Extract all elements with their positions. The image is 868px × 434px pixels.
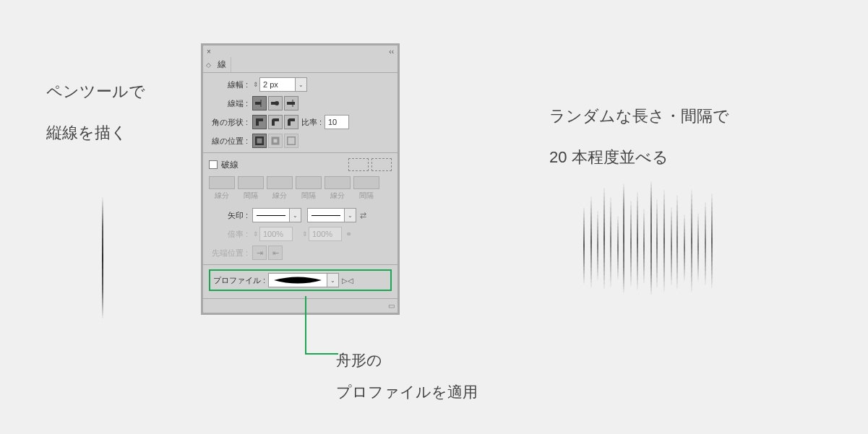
panel-footer: ▭ <box>203 298 398 313</box>
text-line: 舟形の <box>336 344 478 376</box>
dash-align-preserve-button[interactable] <box>348 158 369 171</box>
align-center-button[interactable] <box>252 134 267 148</box>
svg-rect-8 <box>287 136 296 145</box>
callout-text: 舟形の プロファイルを適用 <box>336 344 478 408</box>
single-vertical-stroke <box>99 196 106 322</box>
tab-stroke[interactable]: 線 <box>213 57 231 72</box>
dash-grid: 線分 間隔 線分 間隔 線分 間隔 <box>209 176 392 201</box>
footer-icon[interactable]: ▭ <box>388 302 395 310</box>
gap-input[interactable] <box>238 176 264 189</box>
corner-miter-button[interactable] <box>252 115 267 129</box>
align-stroke-label: 線の位置 : <box>209 136 252 147</box>
scale-start-input: 100% <box>259 227 293 241</box>
panel-body: 線幅 : ⇕ 2 px ⌄ 線端 : 角の形状 : <box>203 73 398 298</box>
weight-input[interactable]: 2 px <box>259 77 296 92</box>
tip-extend-button: ⇥ <box>252 246 267 260</box>
row-tip-align: 先端位置 : ⇥ ⇤ <box>209 246 392 260</box>
flip-along-icon[interactable]: ▷◁ <box>342 277 353 285</box>
scale-end-input: 100% <box>309 227 342 241</box>
gap-input[interactable] <box>353 176 379 189</box>
row-dashed: 破線 <box>209 157 392 172</box>
align-outside-button[interactable] <box>284 134 298 148</box>
cap-label: 線端 : <box>209 98 252 109</box>
corner-label: 角の形状 : <box>209 117 252 128</box>
text-line: プロファイルを適用 <box>336 376 478 408</box>
link-scale-icon: ⚭ <box>342 230 355 239</box>
divider <box>203 264 398 265</box>
arrow-label: 矢印 : <box>209 210 252 221</box>
dashed-checkbox[interactable] <box>209 160 218 169</box>
corner-bevel-button[interactable] <box>284 115 298 129</box>
dash-align-corners-button[interactable] <box>371 158 392 171</box>
stepper-icon: ⇕ <box>252 230 259 238</box>
svg-point-3 <box>275 101 279 105</box>
swap-arrows-icon[interactable]: ⇄ <box>356 211 369 220</box>
limit-label: 比率 : <box>298 117 325 128</box>
panel-inner: × ‹‹ ◇ 線 線幅 : ⇕ 2 px ⌄ 線端 : <box>203 45 398 313</box>
multiple-vertical-strokes <box>578 177 723 303</box>
stepper-icon[interactable]: ⇕ <box>252 81 259 88</box>
align-inside-button[interactable] <box>268 134 283 148</box>
close-icon[interactable]: × <box>207 48 211 56</box>
panel-header: × ‹‹ <box>203 45 398 57</box>
text-line: 20 本程度並べる <box>549 136 729 178</box>
panel-tabs: ◇ 線 <box>203 57 398 73</box>
stepper-icon: ⇕ <box>301 230 309 238</box>
dash-input[interactable] <box>209 176 235 189</box>
row-cap: 線端 : <box>209 96 392 110</box>
tip-flush-button: ⇤ <box>268 246 283 260</box>
corner-round-button[interactable] <box>268 115 283 129</box>
profile-label: プロファイル : <box>213 275 265 286</box>
profile-flip-icons: ▷◁ <box>342 277 353 285</box>
arrow-end-select[interactable]: ⌄ <box>307 208 356 222</box>
gap-input[interactable] <box>296 176 322 189</box>
arrow-start-select[interactable]: ⌄ <box>252 208 301 222</box>
tip-align-label: 先端位置 : <box>209 248 252 259</box>
svg-rect-0 <box>255 102 261 105</box>
text-line: 縦線を描く <box>46 112 145 153</box>
collapse-icon[interactable]: ‹‹ <box>389 48 394 56</box>
row-arrow-scale: 倍率 : ⇕ 100% ⇕ 100% ⚭ <box>209 227 392 241</box>
row-arrowheads: 矢印 : ⌄ ⌄ ⇄ <box>209 208 392 222</box>
divider <box>203 152 398 153</box>
cap-buttons <box>252 96 298 110</box>
text-line: ペンツールで <box>46 71 145 112</box>
dash-input[interactable] <box>325 176 351 189</box>
text-line: ランダムな長さ・間隔で <box>549 95 729 136</box>
row-align-stroke: 線の位置 : <box>209 134 392 148</box>
align-stroke-buttons <box>252 134 298 148</box>
scale-label: 倍率 : <box>209 229 252 240</box>
svg-rect-7 <box>272 138 278 144</box>
right-caption: ランダムな長さ・間隔で 20 本程度並べる <box>549 95 729 178</box>
cap-projecting-button[interactable] <box>284 96 298 110</box>
svg-rect-6 <box>256 137 263 144</box>
updown-icon[interactable]: ◇ <box>206 61 211 69</box>
weight-dropdown[interactable]: ⌄ <box>296 77 307 92</box>
weight-label: 線幅 : <box>209 79 252 90</box>
tip-align-buttons: ⇥ ⇤ <box>252 246 283 260</box>
cap-butt-button[interactable] <box>252 96 267 110</box>
dashed-label: 破線 <box>221 159 239 171</box>
profile-dropdown[interactable]: ⌄ <box>327 273 339 287</box>
profile-select[interactable] <box>268 273 327 287</box>
row-profile: プロファイル : ⌄ ▷◁ <box>209 269 392 291</box>
dash-align-buttons <box>348 158 392 171</box>
row-weight: 線幅 : ⇕ 2 px ⌄ <box>209 77 392 92</box>
stroke-panel: × ‹‹ ◇ 線 線幅 : ⇕ 2 px ⌄ 線端 : <box>201 43 400 315</box>
dash-input[interactable] <box>267 176 293 189</box>
corner-buttons <box>252 115 298 129</box>
cap-round-button[interactable] <box>268 96 283 110</box>
left-caption: ペンツールで 縦線を描く <box>46 71 145 153</box>
svg-rect-4 <box>287 102 295 105</box>
limit-input[interactable]: 10 <box>325 115 349 129</box>
row-corner: 角の形状 : 比率 : 10 <box>209 115 392 129</box>
